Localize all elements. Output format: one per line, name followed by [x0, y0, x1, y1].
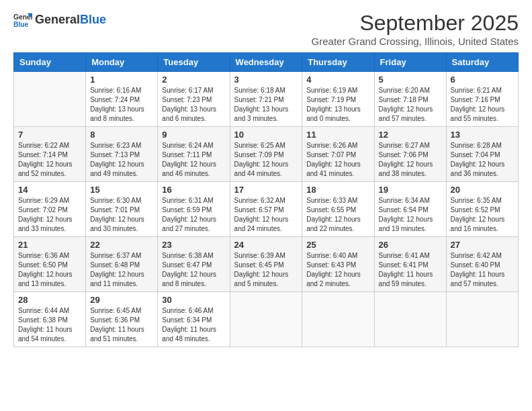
day-info: Sunrise: 6:29 AM Sunset: 7:02 PM Dayligh…: [18, 196, 81, 234]
day-info: Sunrise: 6:20 AM Sunset: 7:18 PM Dayligh…: [379, 86, 442, 124]
calendar-week-row: 28Sunrise: 6:44 AM Sunset: 6:38 PM Dayli…: [14, 292, 519, 347]
calendar-table: SundayMondayTuesdayWednesdayThursdayFrid…: [13, 52, 519, 347]
calendar-cell: 13Sunrise: 6:28 AM Sunset: 7:04 PM Dayli…: [446, 127, 518, 182]
calendar-cell: [14, 72, 86, 127]
weekday-header-thursday: Thursday: [302, 53, 374, 72]
calendar-week-row: 1Sunrise: 6:16 AM Sunset: 7:24 PM Daylig…: [14, 72, 519, 127]
calendar-cell: 4Sunrise: 6:19 AM Sunset: 7:19 PM Daylig…: [302, 72, 374, 127]
day-number: 4: [306, 75, 369, 85]
day-info: Sunrise: 6:19 AM Sunset: 7:19 PM Dayligh…: [306, 86, 369, 124]
day-number: 26: [379, 240, 442, 250]
day-number: 15: [90, 185, 153, 195]
day-number: 6: [451, 75, 514, 85]
day-number: 25: [306, 240, 369, 250]
day-info: Sunrise: 6:23 AM Sunset: 7:13 PM Dayligh…: [90, 141, 153, 179]
day-info: Sunrise: 6:22 AM Sunset: 7:14 PM Dayligh…: [18, 141, 81, 179]
calendar-week-row: 7Sunrise: 6:22 AM Sunset: 7:14 PM Daylig…: [14, 127, 519, 182]
calendar-cell: [446, 292, 518, 347]
day-info: Sunrise: 6:39 AM Sunset: 6:45 PM Dayligh…: [234, 251, 298, 289]
day-number: 18: [306, 185, 369, 195]
calendar-cell: 8Sunrise: 6:23 AM Sunset: 7:13 PM Daylig…: [86, 127, 158, 182]
day-info: Sunrise: 6:42 AM Sunset: 6:40 PM Dayligh…: [451, 251, 514, 289]
day-info: Sunrise: 6:40 AM Sunset: 6:43 PM Dayligh…: [306, 251, 369, 289]
day-info: Sunrise: 6:33 AM Sunset: 6:55 PM Dayligh…: [306, 196, 369, 234]
day-number: 12: [379, 130, 442, 140]
day-number: 13: [451, 130, 514, 140]
calendar-cell: 7Sunrise: 6:22 AM Sunset: 7:14 PM Daylig…: [14, 127, 86, 182]
calendar-cell: 11Sunrise: 6:26 AM Sunset: 7:07 PM Dayli…: [302, 127, 374, 182]
calendar-cell: 30Sunrise: 6:46 AM Sunset: 6:34 PM Dayli…: [158, 292, 230, 347]
page-header: General Blue GeneralBlue September 2025 …: [13, 11, 519, 47]
calendar-cell: 9Sunrise: 6:24 AM Sunset: 7:11 PM Daylig…: [158, 127, 230, 182]
title-block: September 2025 Greater Grand Crossing, I…: [312, 11, 519, 47]
day-info: Sunrise: 6:30 AM Sunset: 7:01 PM Dayligh…: [90, 196, 153, 234]
day-info: Sunrise: 6:25 AM Sunset: 7:09 PM Dayligh…: [234, 141, 298, 179]
day-number: 24: [234, 240, 298, 250]
day-number: 22: [90, 240, 153, 250]
calendar-cell: [374, 292, 446, 347]
calendar-cell: 24Sunrise: 6:39 AM Sunset: 6:45 PM Dayli…: [230, 237, 302, 292]
calendar-cell: 2Sunrise: 6:17 AM Sunset: 7:23 PM Daylig…: [158, 72, 230, 127]
logo-general-text: General: [35, 13, 80, 26]
calendar-cell: 22Sunrise: 6:37 AM Sunset: 6:48 PM Dayli…: [86, 237, 158, 292]
calendar-cell: 1Sunrise: 6:16 AM Sunset: 7:24 PM Daylig…: [86, 72, 158, 127]
day-number: 16: [162, 185, 225, 195]
calendar-cell: 26Sunrise: 6:41 AM Sunset: 6:41 PM Dayli…: [374, 237, 446, 292]
location-subtitle: Greater Grand Crossing, Illinois, United…: [312, 36, 519, 47]
day-info: Sunrise: 6:17 AM Sunset: 7:23 PM Dayligh…: [162, 86, 225, 124]
calendar-week-row: 14Sunrise: 6:29 AM Sunset: 7:02 PM Dayli…: [14, 182, 519, 237]
day-info: Sunrise: 6:24 AM Sunset: 7:11 PM Dayligh…: [162, 141, 225, 179]
calendar-cell: 25Sunrise: 6:40 AM Sunset: 6:43 PM Dayli…: [302, 237, 374, 292]
day-info: Sunrise: 6:45 AM Sunset: 6:36 PM Dayligh…: [90, 306, 153, 344]
day-number: 19: [379, 185, 442, 195]
calendar-cell: 16Sunrise: 6:31 AM Sunset: 6:59 PM Dayli…: [158, 182, 230, 237]
calendar-cell: 10Sunrise: 6:25 AM Sunset: 7:09 PM Dayli…: [230, 127, 302, 182]
calendar-week-row: 21Sunrise: 6:36 AM Sunset: 6:50 PM Dayli…: [14, 237, 519, 292]
weekday-header-tuesday: Tuesday: [158, 53, 230, 72]
day-info: Sunrise: 6:41 AM Sunset: 6:41 PM Dayligh…: [379, 251, 442, 289]
day-info: Sunrise: 6:44 AM Sunset: 6:38 PM Dayligh…: [18, 306, 81, 344]
day-number: 11: [306, 130, 369, 140]
day-number: 30: [162, 295, 225, 305]
weekday-header-monday: Monday: [86, 53, 158, 72]
day-number: 2: [162, 75, 225, 85]
day-number: 27: [451, 240, 514, 250]
day-info: Sunrise: 6:34 AM Sunset: 6:54 PM Dayligh…: [379, 196, 442, 234]
calendar-cell: 23Sunrise: 6:38 AM Sunset: 6:47 PM Dayli…: [158, 237, 230, 292]
calendar-cell: [302, 292, 374, 347]
calendar-cell: 17Sunrise: 6:32 AM Sunset: 6:57 PM Dayli…: [230, 182, 302, 237]
calendar-cell: 5Sunrise: 6:20 AM Sunset: 7:18 PM Daylig…: [374, 72, 446, 127]
day-info: Sunrise: 6:21 AM Sunset: 7:16 PM Dayligh…: [451, 86, 514, 124]
weekday-header-friday: Friday: [374, 53, 446, 72]
logo-icon: General Blue: [13, 11, 32, 30]
calendar-cell: 29Sunrise: 6:45 AM Sunset: 6:36 PM Dayli…: [86, 292, 158, 347]
day-info: Sunrise: 6:38 AM Sunset: 6:47 PM Dayligh…: [162, 251, 225, 289]
month-title: September 2025: [312, 11, 519, 36]
day-info: Sunrise: 6:32 AM Sunset: 6:57 PM Dayligh…: [234, 196, 298, 234]
day-info: Sunrise: 6:36 AM Sunset: 6:50 PM Dayligh…: [18, 251, 81, 289]
day-number: 5: [379, 75, 442, 85]
day-info: Sunrise: 6:28 AM Sunset: 7:04 PM Dayligh…: [451, 141, 514, 179]
day-number: 28: [18, 295, 81, 305]
calendar-cell: 14Sunrise: 6:29 AM Sunset: 7:02 PM Dayli…: [14, 182, 86, 237]
day-info: Sunrise: 6:46 AM Sunset: 6:34 PM Dayligh…: [162, 306, 225, 344]
weekday-header-wednesday: Wednesday: [230, 53, 302, 72]
weekday-header-row: SundayMondayTuesdayWednesdayThursdayFrid…: [14, 53, 519, 72]
day-info: Sunrise: 6:18 AM Sunset: 7:21 PM Dayligh…: [234, 86, 298, 124]
day-info: Sunrise: 6:35 AM Sunset: 6:52 PM Dayligh…: [451, 196, 514, 234]
day-number: 23: [162, 240, 225, 250]
day-number: 14: [18, 185, 81, 195]
logo-blue-text: Blue: [80, 13, 106, 26]
calendar-cell: 18Sunrise: 6:33 AM Sunset: 6:55 PM Dayli…: [302, 182, 374, 237]
day-number: 20: [451, 185, 514, 195]
weekday-header-sunday: Sunday: [14, 53, 86, 72]
logo: General Blue GeneralBlue: [13, 11, 106, 30]
day-number: 21: [18, 240, 81, 250]
calendar-cell: 27Sunrise: 6:42 AM Sunset: 6:40 PM Dayli…: [446, 237, 518, 292]
weekday-header-saturday: Saturday: [446, 53, 518, 72]
day-info: Sunrise: 6:31 AM Sunset: 6:59 PM Dayligh…: [162, 196, 225, 234]
day-number: 8: [90, 130, 153, 140]
day-number: 9: [162, 130, 225, 140]
day-number: 10: [234, 130, 298, 140]
calendar-cell: [230, 292, 302, 347]
